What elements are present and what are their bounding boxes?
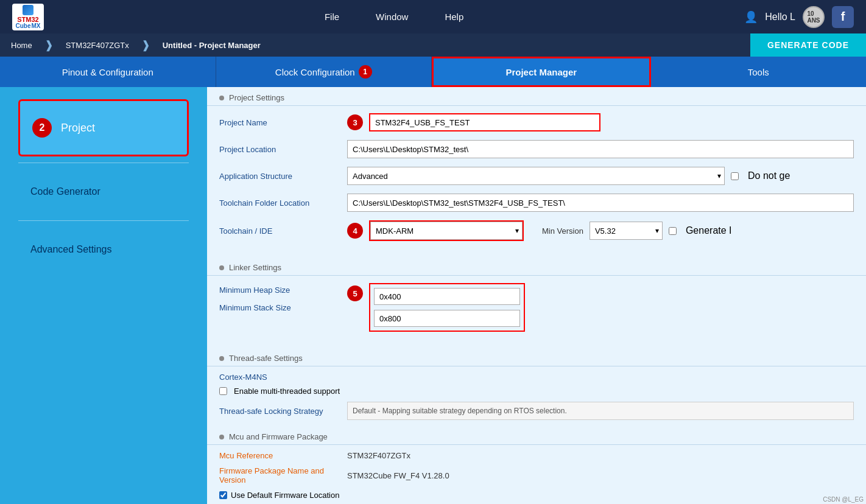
logo-stm-text: STM32 [17,16,38,23]
linker-settings-header: Linker Settings [207,257,866,276]
menu-items: File Window Help [325,12,463,22]
project-location-input[interactable] [347,140,854,158]
toolchain-badge: 4 [347,223,363,239]
breadcrumb-device[interactable]: STM32F407ZGTx [55,33,140,57]
locking-row: Thread-safe Locking Strategy [219,402,854,420]
cortex-label: Cortex-M4NS [219,373,854,382]
toolchain-folder-row: Toolchain Folder Location [219,194,854,212]
firmware-label: Firmware Package Name and Version [219,466,341,485]
breadcrumb-arrow-2: ❱ [141,38,150,52]
mcu-ref-label: Mcu Reference [219,451,341,460]
sidebar: 2 Project Code Generator Advanced Settin… [0,87,207,504]
project-name-badge: 3 [347,114,363,130]
min-version-select[interactable]: V5.32 [590,222,663,240]
enable-thread-label: Enable multi-threaded support [234,387,340,396]
sidebar-divider-2 [18,220,189,221]
generate-label: Generate I [686,225,732,236]
min-stack-label: Minimum Stack Size [219,303,341,312]
toolchain-ide-label: Toolchain / IDE [219,226,341,236]
app-logo: STM32 Cube MX [12,4,44,30]
min-heap-input[interactable] [374,288,520,305]
tab-bar: Pinout & Configuration Clock Configurati… [0,57,866,87]
app-structure-row: Application Structure Advanced Do not ge [219,167,854,185]
file-menu[interactable]: File [325,12,339,22]
mcu-ref-row: Mcu Reference STM32F407ZGTx [219,451,854,460]
top-menu-bar: STM32 Cube MX File Window Help 👤 Hello L… [0,0,866,33]
mcu-package-header: Mcu and Firmware Package [207,426,866,445]
min-heap-label: Minimum Heap Size [219,285,341,295]
project-location-row: Project Location [219,140,854,158]
thread-settings-header: Thread-safe Settings [207,348,866,366]
linker-badge: 5 [347,285,363,301]
logo-cube-text: Cube [16,23,31,29]
footer-credit: CSDN @L_EG [820,495,866,504]
toolchain-folder-input[interactable] [347,194,854,212]
project-settings-header: Project Settings [207,87,866,106]
tab-tools[interactable]: Tools [651,57,867,87]
min-version-label: Min Version [542,226,583,236]
mcu-package-form: Mcu Reference STM32F407ZGTx Firmware Pac… [207,445,866,504]
tab-tools-label: Tools [748,67,769,77]
firmware-value: STM32Cube FW_F4 V1.28.0 [347,471,449,480]
linker-inputs [369,283,525,332]
sidebar-divider-1 [18,163,189,163]
tab-clock[interactable]: Clock Configuration 1 [216,57,432,87]
sidebar-project-label: Project [61,122,95,135]
mcu-package-label: Mcu and Firmware Package [229,432,328,441]
project-name-row: Project Name 3 [219,113,854,131]
tab-pinout-label: Pinout & Configuration [62,67,153,77]
project-name-input[interactable] [369,113,600,131]
project-badge: 2 [32,118,52,138]
tab-pinout[interactable]: Pinout & Configuration [0,57,216,87]
window-menu[interactable]: Window [376,12,408,22]
main-content: 2 Project Code Generator Advanced Settin… [0,87,866,504]
do-not-gen-checkbox[interactable] [731,172,739,180]
app-structure-select-wrapper: Advanced [347,167,725,185]
linker-row: Minimum Heap Size Minimum Stack Size 5 [219,283,854,332]
sidebar-codegen-label: Code Generator [30,186,100,197]
tab-project-manager[interactable]: Project Manager [432,57,651,87]
app-structure-select[interactable]: Advanced [347,167,725,185]
breadcrumb-project[interactable]: Untitled - Project Manager [152,33,272,57]
linker-labels: Minimum Heap Size Minimum Stack Size [219,283,341,312]
use-default-checkbox[interactable] [219,491,227,499]
toolchain-select[interactable]: MDK-ARM [370,222,523,240]
linker-settings-label: Linker Settings [229,263,281,272]
sidebar-advanced-label: Advanced Settings [30,244,111,255]
tab-clock-badge: 1 [359,65,372,79]
min-stack-input[interactable] [374,310,520,327]
enable-thread-checkbox[interactable] [219,387,227,395]
generate-checkbox[interactable] [669,227,677,235]
logo-mx-text: MX [32,23,41,29]
app-structure-label: Application Structure [219,172,341,181]
generate-code-button[interactable]: GENERATE CODE [750,33,866,57]
sidebar-item-project[interactable]: 2 Project [18,99,189,156]
user-label: Hello L [765,12,795,23]
thread-settings-label: Thread-safe Settings [229,354,303,363]
use-default-row: Use Default Firmware Location [219,491,854,500]
project-settings-form: Project Name 3 Project Location Applicat… [207,106,866,257]
locking-strategy-input[interactable] [347,402,854,420]
tab-clock-label: Clock Configuration [275,67,355,77]
tab-project-label: Project Manager [505,67,577,77]
toolchain-ide-row: Toolchain / IDE 4 MDK-ARM Min Version V5… [219,220,854,241]
sidebar-item-advanced[interactable]: Advanced Settings [18,227,189,272]
min-version-select-wrapper: V5.32 [590,222,663,240]
breadcrumb-home[interactable]: Home [0,33,43,57]
breadcrumb-arrow-1: ❱ [44,38,54,52]
help-menu[interactable]: Help [445,12,463,22]
locking-strategy-label: Thread-safe Locking Strategy [219,407,341,416]
logo-area: STM32 Cube MX [12,4,44,30]
mcu-ref-value: STM32F407ZGTx [347,451,410,460]
firmware-row: Firmware Package Name and Version STM32C… [219,466,854,485]
project-settings-label: Project Settings [229,93,284,102]
user-icon: 👤 [744,10,758,24]
do-not-gen-label: Do not ge [748,170,790,181]
enable-thread-row: Enable multi-threaded support [219,387,854,396]
project-name-label: Project Name [219,118,341,127]
top-right: 👤 Hello L 10ANS f [744,6,854,28]
linker-settings-form: Minimum Heap Size Minimum Stack Size 5 [207,276,866,348]
sidebar-item-codegen[interactable]: Code Generator [18,169,189,214]
toolchain-select-wrapper: MDK-ARM [370,222,523,240]
content-area: Project Settings Project Name 3 Project … [207,87,866,504]
